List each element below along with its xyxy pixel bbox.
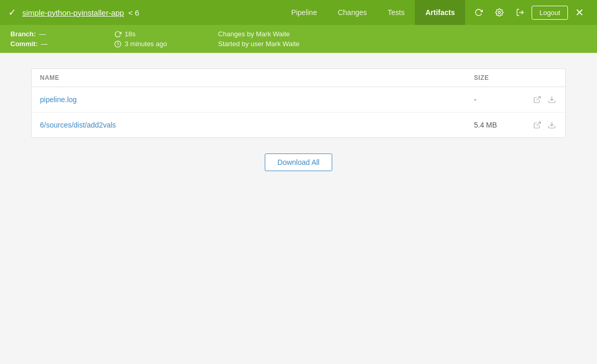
row-actions-0 — [532, 94, 557, 105]
download-icon-0[interactable] — [547, 94, 557, 105]
time-ago-info: 3 minutes ago — [114, 40, 218, 48]
nav-tabs: Pipeline Changes Tests Artifacts — [281, 0, 465, 25]
started-by-text: Started by user Mark Waite — [218, 40, 300, 48]
row-size-actions: - — [474, 94, 557, 105]
main-area: NAME SIZE pipeline.log - — [0, 53, 597, 176]
gear-icon — [495, 8, 504, 17]
changes-by-info: Changes by Mark Waite — [218, 30, 587, 38]
logout-button[interactable]: Logout — [532, 6, 568, 20]
refresh-icon — [474, 8, 483, 17]
changes-by-text: Changes by Mark Waite — [218, 30, 290, 38]
started-by-info: Started by user Mark Waite — [218, 40, 587, 48]
svg-line-5 — [537, 122, 540, 125]
commit-info: Commit: — — [10, 40, 114, 48]
close-button[interactable]: ✕ — [570, 3, 589, 22]
table-row: 6/sources/dist/add2vals 5.4 MB — [32, 113, 565, 137]
branch-label: Branch: — [10, 30, 36, 38]
table-row: pipeline.log - — [32, 87, 565, 113]
col-header-name: NAME — [40, 74, 474, 81]
file-link-add2vals[interactable]: 6/sources/dist/add2vals — [40, 121, 474, 129]
duration-icon — [114, 31, 121, 38]
exit-button[interactable] — [511, 3, 530, 22]
header-actions: Logout ✕ — [469, 3, 589, 22]
refresh-button[interactable] — [469, 3, 488, 22]
open-external-icon-0[interactable] — [532, 94, 542, 105]
svg-line-3 — [537, 96, 540, 100]
branch-value: — — [39, 30, 46, 38]
tab-pipeline[interactable]: Pipeline — [281, 0, 328, 25]
svg-point-0 — [498, 11, 500, 13]
row-actions-1 — [532, 120, 557, 130]
repo-name-link[interactable]: simple-python-pyinstaller-app — [22, 8, 124, 17]
file-link-pipeline-log[interactable]: pipeline.log — [40, 95, 474, 104]
table-header-row: NAME SIZE — [32, 69, 565, 87]
time-ago-value: 3 minutes ago — [125, 40, 167, 48]
commit-label: Commit: — [10, 40, 38, 48]
tab-changes[interactable]: Changes — [328, 0, 377, 25]
success-check-icon: ✓ — [8, 7, 16, 18]
duration-info: 18s — [114, 30, 218, 38]
tab-artifacts[interactable]: Artifacts — [415, 0, 465, 25]
pipeline-number: < 6 — [128, 8, 139, 17]
duration-value: 18s — [125, 30, 135, 38]
file-size-1: 5.4 MB — [474, 121, 497, 129]
download-all-button[interactable]: Download All — [265, 153, 333, 171]
row-size-actions-1: 5.4 MB — [474, 120, 557, 130]
settings-button[interactable] — [490, 3, 509, 22]
col-header-size: SIZE — [474, 74, 557, 81]
header-left: ✓ simple-python-pyinstaller-app < 6 — [8, 7, 281, 18]
file-size-0: - — [474, 95, 477, 104]
header: ✓ simple-python-pyinstaller-app < 6 Pipe… — [0, 0, 597, 25]
download-all-container: Download All — [16, 153, 581, 171]
artifacts-table: NAME SIZE pipeline.log - — [31, 68, 566, 138]
branch-info: Branch: — — [10, 30, 114, 38]
commit-value: — — [41, 40, 48, 48]
sub-header: Branch: — 18s Changes by Mark Waite Comm… — [0, 25, 597, 53]
open-external-icon-1[interactable] — [532, 120, 542, 130]
exit-icon — [516, 8, 524, 17]
tab-tests[interactable]: Tests — [377, 0, 415, 25]
clock-icon — [114, 40, 121, 48]
download-icon-1[interactable] — [547, 120, 557, 130]
